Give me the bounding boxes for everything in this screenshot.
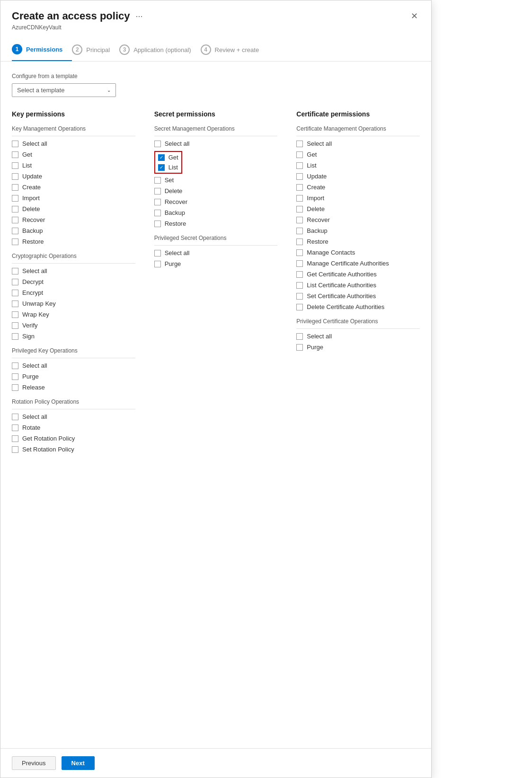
cert-list-ca-label: List Certificate Authorities (307, 282, 376, 289)
privcert-select-all-label: Select all (307, 333, 332, 340)
crypto-select-all-checkbox[interactable] (12, 268, 18, 274)
secret-recover-checkbox[interactable] (154, 199, 161, 205)
secret-list-checkbox[interactable]: ✓ (158, 164, 165, 171)
step-permissions[interactable]: 1 Permissions (12, 38, 72, 61)
step-4-label: Review + create (215, 46, 259, 53)
cert-set-ca-checkbox[interactable] (296, 293, 303, 300)
crypto-wrapkey-row: Wrap Key (12, 311, 135, 318)
template-select-text: Select a template (17, 87, 64, 94)
step-principal[interactable]: 2 Principal (72, 39, 119, 61)
cert-update-checkbox[interactable] (296, 173, 303, 180)
step-review[interactable]: 4 Review + create (201, 39, 269, 61)
dialog-footer: Previous Next (0, 748, 431, 778)
close-button[interactable]: ✕ (409, 10, 420, 22)
rotation-select-all-row: Select all (12, 413, 135, 420)
crypto-sign-checkbox[interactable] (12, 333, 18, 340)
secret-delete-checkbox[interactable] (154, 188, 161, 194)
cert-import-checkbox[interactable] (296, 195, 303, 202)
key-delete-checkbox[interactable] (12, 206, 18, 212)
rotation-set-policy-row: Set Rotation Policy (12, 446, 135, 453)
privsecret-select-all-checkbox[interactable] (154, 250, 161, 256)
cert-create-checkbox[interactable] (296, 184, 303, 191)
secret-backup-label: Backup (165, 209, 185, 216)
privsecret-purge-checkbox[interactable] (154, 261, 161, 267)
key-create-checkbox[interactable] (12, 184, 18, 191)
privkey-purge-checkbox[interactable] (12, 373, 18, 380)
previous-button[interactable]: Previous (12, 756, 56, 770)
cert-backup-checkbox[interactable] (296, 228, 303, 234)
cert-recover-checkbox[interactable] (296, 217, 303, 223)
priv-key-group-title: Privileged Key Operations (12, 347, 135, 354)
cert-backup-row: Backup (296, 227, 420, 234)
step-4-circle: 4 (201, 44, 211, 55)
privcert-select-all-checkbox[interactable] (296, 333, 303, 340)
privkey-release-checkbox[interactable] (12, 384, 18, 391)
rotation-set-policy-label: Set Rotation Policy (22, 446, 74, 453)
privkey-release-label: Release (22, 384, 45, 391)
crypto-encrypt-checkbox[interactable] (12, 290, 18, 296)
secret-select-all-checkbox[interactable] (154, 141, 161, 147)
cert-list-row: List (296, 162, 420, 169)
cert-restore-row: Restore (296, 238, 420, 245)
crypto-unwrapkey-row: Unwrap Key (12, 300, 135, 307)
cert-manage-contacts-checkbox[interactable] (296, 249, 303, 256)
cert-manage-ca-checkbox[interactable] (296, 260, 303, 267)
steps-nav: 1 Permissions 2 Principal 3 Application … (12, 38, 420, 61)
cert-list-ca-checkbox[interactable] (296, 282, 303, 289)
privkey-purge-row: Purge (12, 373, 135, 380)
cert-permissions-title: Certificate permissions (296, 110, 420, 118)
secret-select-all-label: Select all (165, 140, 190, 147)
next-button[interactable]: Next (62, 756, 95, 770)
check-icon: ✓ (160, 155, 163, 160)
crypto-group-title: Cryptographic Operations (12, 253, 135, 259)
key-update-row: Update (12, 173, 135, 180)
secret-delete-label: Delete (165, 187, 183, 194)
cert-delete-checkbox[interactable] (296, 206, 303, 212)
cert-delete-row: Delete (296, 205, 420, 212)
cert-delete-ca-checkbox[interactable] (296, 304, 303, 310)
secret-get-checkbox[interactable]: ✓ (158, 154, 165, 161)
privcert-purge-checkbox[interactable] (296, 344, 303, 351)
cert-get-ca-row: Get Certificate Authorities (296, 271, 420, 278)
rotation-set-policy-checkbox[interactable] (12, 446, 18, 453)
crypto-verify-checkbox[interactable] (12, 322, 18, 329)
secret-backup-checkbox[interactable] (154, 210, 161, 216)
cert-get-label: Get (307, 151, 317, 158)
secret-permissions-title: Secret permissions (154, 110, 278, 118)
cert-delete-label: Delete (307, 205, 325, 212)
cert-get-checkbox[interactable] (296, 151, 303, 158)
secret-set-checkbox[interactable] (154, 177, 161, 184)
step-1-circle: 1 (12, 44, 22, 54)
secret-restore-checkbox[interactable] (154, 221, 161, 227)
key-update-checkbox[interactable] (12, 173, 18, 180)
step-application[interactable]: 3 Application (optional) (119, 39, 200, 61)
crypto-sign-row: Sign (12, 333, 135, 340)
rotation-get-policy-checkbox[interactable] (12, 435, 18, 442)
cert-list-checkbox[interactable] (296, 162, 303, 169)
privkey-release-row: Release (12, 384, 135, 391)
template-select-dropdown[interactable]: Select a template ⌄ (12, 83, 116, 97)
key-select-all-label: Select all (22, 140, 47, 147)
key-get-checkbox[interactable] (12, 151, 18, 158)
privkey-select-all-checkbox[interactable] (12, 362, 18, 369)
rotation-rotate-row: Rotate (12, 424, 135, 431)
cert-create-row: Create (296, 184, 420, 191)
key-recover-checkbox[interactable] (12, 217, 18, 223)
crypto-wrapkey-checkbox[interactable] (12, 311, 18, 318)
privkey-purge-label: Purge (22, 373, 39, 380)
key-backup-checkbox[interactable] (12, 228, 18, 234)
key-restore-checkbox[interactable] (12, 239, 18, 245)
crypto-decrypt-checkbox[interactable] (12, 279, 18, 285)
cert-restore-checkbox[interactable] (296, 239, 303, 245)
key-select-all-checkbox[interactable] (12, 141, 18, 147)
key-list-label: List (22, 162, 32, 169)
crypto-unwrapkey-checkbox[interactable] (12, 301, 18, 307)
cert-set-ca-label: Set Certificate Authorities (307, 292, 376, 300)
cert-select-all-checkbox[interactable] (296, 141, 303, 147)
cert-get-ca-checkbox[interactable] (296, 271, 303, 278)
rotation-rotate-checkbox[interactable] (12, 424, 18, 431)
key-import-checkbox[interactable] (12, 195, 18, 202)
key-list-checkbox[interactable] (12, 162, 18, 169)
dialog-ellipsis[interactable]: ··· (135, 11, 142, 21)
rotation-select-all-checkbox[interactable] (12, 414, 18, 420)
